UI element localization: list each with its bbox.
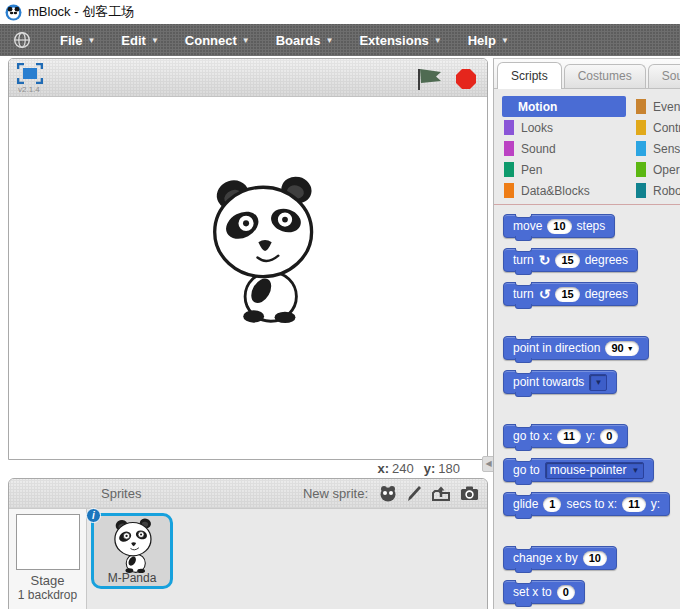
green-flag-icon[interactable] [416,67,442,91]
stop-button-icon[interactable] [455,68,477,90]
panda-sprite-on-stage[interactable] [204,173,328,325]
coord-y-label: y: [424,461,436,476]
block-set-x[interactable]: set x to0 [503,580,585,604]
block-label: change x by [513,551,578,565]
stage-selector-column: Stage 1 backdrop New backdrop: [9,509,87,609]
category-events[interactable]: Events [634,96,680,117]
category-label: Looks [521,121,553,135]
block-label: glide [513,497,538,511]
category-sensing[interactable]: Sensing [634,138,680,159]
block-label: go to x: [513,429,552,443]
stage-canvas[interactable] [9,97,487,460]
new-sprite-from-library-icon[interactable] [379,485,397,502]
category-robots[interactable]: Robots [634,180,680,201]
sprites-header: Sprites New sprite: [9,479,487,509]
tab-scripts[interactable]: Scripts [497,62,562,89]
number-input[interactable]: 15 [555,253,579,268]
number-input[interactable]: 0 [600,429,618,444]
dropdown-input[interactable]: ▼ [589,374,607,391]
chevron-down-icon: ▼ [594,378,602,387]
chevron-down-icon: ▼ [434,35,442,45]
block-label: turn [513,253,534,267]
number-dropdown-input[interactable]: 90▼ [605,341,638,356]
category-sound[interactable]: Sound [502,138,626,159]
chevron-down-icon: ▼ [151,35,159,45]
number-input[interactable]: 11 [557,429,581,444]
block-label: set x to [513,585,552,599]
category-label: Operators [653,163,680,177]
category-looks[interactable]: Looks [502,117,626,138]
category-label: Motion [518,100,557,114]
menu-help[interactable]: Help▼ [455,24,522,56]
category-pen[interactable]: Pen [502,159,626,180]
chevron-down-icon: ▼ [242,35,250,45]
number-input[interactable]: 1 [543,497,561,512]
block-turn-cw[interactable]: turn↻15degrees [503,248,638,272]
block-change-x[interactable]: change x by10 [503,546,617,570]
menu-connect[interactable]: Connect▼ [172,24,263,56]
number-input[interactable]: 11 [622,497,646,512]
category-color-swatch [636,99,646,114]
category-color-swatch [636,183,646,198]
category-color-swatch [636,120,646,135]
tab-costumes[interactable]: Costumes [564,64,646,88]
category-control[interactable]: Control [634,117,680,138]
chevron-down-icon: ▼ [631,466,639,475]
chevron-down-icon: ▼ [326,35,334,45]
paint-new-sprite-icon[interactable] [406,485,422,502]
mblock-window: mBlock - 创客工场 File▼Edit▼Connect▼Boards▼E… [0,0,680,609]
new-sprite-label: New sprite: [303,486,368,501]
block-turn-ccw[interactable]: turn↺15degrees [503,282,638,306]
block-go-to[interactable]: go tomouse-pointer▼ [503,458,654,482]
block-point-in-direction[interactable]: point in direction90▼ [503,336,649,360]
sprites-title: Sprites [101,486,141,501]
category-color-swatch [636,162,646,177]
block-label: secs to x: [566,497,617,511]
block-label: go to [513,463,540,477]
menu-boards[interactable]: Boards▼ [263,24,347,56]
menu-extensions[interactable]: Extensions▼ [346,24,454,56]
version-label: v2.1.4 [18,85,40,94]
block-label: y: [651,497,660,511]
category-operators[interactable]: Operators [634,159,680,180]
menu-file[interactable]: File▼ [47,24,108,56]
number-input[interactable]: 10 [583,551,607,566]
sprite-list: i M-Panda [87,509,487,609]
language-globe-icon[interactable] [13,31,31,49]
block-go-to-xy[interactable]: go to x:11y:0 [503,424,628,448]
stage-header: v2.1.4 [9,59,487,97]
sprite-thumbnail-m-panda[interactable]: i M-Panda [91,513,173,589]
category-label: Data&Blocks [521,184,590,198]
palette-divider [494,204,680,205]
category-selector: MotionLooksSoundPenData&Blocks EventsCon… [502,96,680,201]
block-move-steps[interactable]: move10steps [503,214,615,238]
category-label: Sensing [653,142,680,156]
category-data-blocks[interactable]: Data&Blocks [502,180,626,201]
category-color-swatch [504,141,514,156]
number-input[interactable]: 0 [557,585,575,600]
block-label: point in direction [513,341,600,355]
camera-sprite-icon[interactable] [460,486,479,501]
dropdown-input[interactable]: mouse-pointer▼ [545,462,645,479]
category-label: Events [653,100,680,114]
number-input[interactable]: 15 [555,287,579,302]
tab-sounds[interactable]: Sounds [648,64,680,88]
block-point-towards[interactable]: point towards▼ [503,370,617,394]
stage-thumbnail[interactable] [16,514,80,570]
block-palette: MotionLooksSoundPenData&Blocks EventsCon… [494,89,680,604]
stage-backdrop-count: 1 backdrop [9,588,86,602]
chevron-down-icon: ▼ [501,35,509,45]
upload-sprite-icon[interactable] [431,485,451,502]
category-color-swatch [504,162,514,177]
sprite-info-button[interactable]: i [86,508,101,523]
block-glide[interactable]: glide1secs to x:11y: [503,492,670,516]
number-input[interactable]: 10 [547,219,571,234]
category-label: Sound [521,142,556,156]
menu-edit[interactable]: Edit▼ [108,24,171,56]
sprites-panel: Sprites New sprite: [8,478,488,609]
category-motion[interactable]: Motion [502,96,626,117]
sprite-name: M-Panda [94,571,170,585]
block-label: point towards [513,375,584,389]
coord-y-value: 180 [438,461,460,476]
tab-bar: ScriptsCostumesSounds [494,59,680,89]
